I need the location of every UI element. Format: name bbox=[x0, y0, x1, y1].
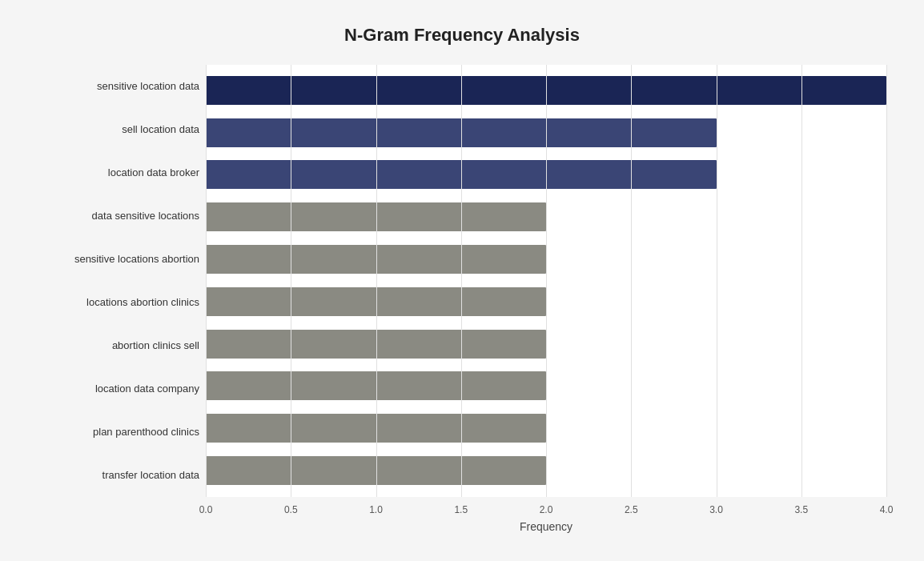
grid-line bbox=[886, 65, 887, 497]
chart-area: sensitive location datasell location dat… bbox=[38, 65, 886, 497]
chart-container: N-Gram Frequency Analysis sensitive loca… bbox=[22, 9, 902, 553]
x-tick: 3.5 bbox=[785, 504, 818, 515]
grid-line bbox=[206, 65, 207, 497]
bars-area bbox=[206, 65, 886, 497]
x-axis: 0.00.51.01.52.02.53.03.54.0 Frequency bbox=[206, 501, 886, 533]
grid-line bbox=[717, 65, 717, 497]
x-tick: 0.0 bbox=[190, 504, 222, 515]
grid-line bbox=[546, 65, 547, 497]
y-label: abortion clinics sell bbox=[38, 324, 199, 367]
grid-line bbox=[376, 65, 377, 497]
y-label: location data broker bbox=[38, 151, 199, 194]
y-label: sensitive locations abortion bbox=[38, 238, 199, 281]
x-tick: 4.0 bbox=[870, 504, 902, 515]
grid-line bbox=[631, 65, 632, 497]
x-tick: 2.5 bbox=[615, 504, 647, 515]
y-label: plan parenthood clinics bbox=[38, 411, 199, 454]
y-axis: sensitive location datasell location dat… bbox=[38, 65, 206, 497]
y-label: sensitive location data bbox=[38, 65, 199, 108]
y-label: data sensitive locations bbox=[38, 194, 199, 238]
x-tick: 1.0 bbox=[360, 504, 392, 515]
x-axis-label: Frequency bbox=[206, 520, 886, 533]
grid-line bbox=[801, 65, 802, 497]
y-label: transfer location data bbox=[38, 454, 199, 497]
x-tick: 1.5 bbox=[445, 504, 477, 515]
x-tick: 0.5 bbox=[275, 504, 307, 515]
grid-line bbox=[461, 65, 462, 497]
chart-title: N-Gram Frequency Analysis bbox=[38, 25, 886, 46]
grid-line bbox=[291, 65, 291, 497]
y-label: sell location data bbox=[38, 108, 199, 151]
y-label: location data company bbox=[38, 367, 199, 411]
x-tick: 3.0 bbox=[701, 504, 733, 515]
y-label: locations abortion clinics bbox=[38, 281, 199, 324]
x-tick: 2.0 bbox=[530, 504, 562, 515]
